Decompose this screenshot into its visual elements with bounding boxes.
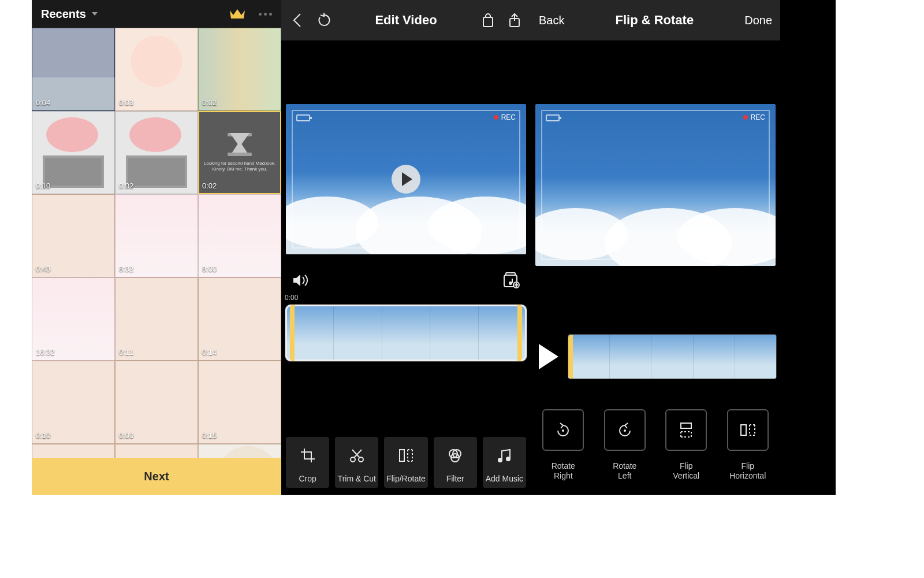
crown-icon[interactable] bbox=[229, 7, 246, 21]
tool-flip[interactable]: Flip/Rotate bbox=[384, 437, 427, 488]
tool-label: Trim & Cut bbox=[338, 474, 376, 483]
screen-flip-rotate: Back Flip & Rotate Done REC RotateRightR… bbox=[531, 0, 780, 495]
music-library-icon[interactable] bbox=[502, 272, 520, 289]
tool-label: RotateRight bbox=[552, 461, 575, 481]
svg-point-5 bbox=[509, 281, 512, 285]
share-icon[interactable] bbox=[506, 12, 523, 28]
tool-music[interactable]: Add Music bbox=[483, 437, 526, 488]
battery-icon bbox=[546, 114, 560, 121]
duration-label: 16:32 bbox=[36, 348, 55, 357]
back-button[interactable]: Back bbox=[539, 14, 564, 27]
redo-icon[interactable] bbox=[316, 12, 332, 28]
video-thumb[interactable]: 0:11 bbox=[115, 277, 198, 361]
svg-rect-25 bbox=[681, 423, 691, 428]
svg-line-11 bbox=[354, 450, 362, 458]
video-thumb[interactable]: 0:10 bbox=[32, 361, 115, 444]
flip-title: Flip & Rotate bbox=[575, 13, 734, 28]
svg-rect-30 bbox=[741, 425, 746, 435]
tool-label: Flip/Rotate bbox=[386, 474, 426, 483]
tool-label: FlipVertical bbox=[673, 461, 699, 481]
svg-point-22 bbox=[506, 457, 511, 461]
playhead[interactable] bbox=[568, 335, 573, 379]
video-preview[interactable]: REC bbox=[286, 104, 526, 254]
video-thumb[interactable]: 0:04 bbox=[32, 28, 115, 111]
video-thumb[interactable]: 0:10 bbox=[32, 111, 115, 194]
tool-rot-r[interactable]: RotateRight bbox=[539, 399, 588, 486]
tool-label: Add Music bbox=[486, 474, 523, 483]
flip-v-icon bbox=[665, 409, 707, 451]
tool-flip-v[interactable]: FlipVertical bbox=[662, 399, 711, 486]
video-thumb[interactable] bbox=[32, 444, 115, 458]
edit-toolbar: CropTrim & CutFlip/RotateFilterAdd Music bbox=[281, 420, 531, 495]
video-preview[interactable]: REC bbox=[535, 104, 776, 266]
chevron-down-icon[interactable] bbox=[92, 12, 98, 16]
duration-label: 0:11 bbox=[119, 348, 133, 357]
camera-frame-overlay bbox=[541, 110, 770, 260]
back-icon[interactable] bbox=[289, 12, 305, 28]
video-thumb[interactable]: 0:15 bbox=[198, 361, 281, 444]
play-button[interactable] bbox=[392, 165, 420, 194]
duration-label: 0:02 bbox=[119, 181, 133, 190]
volume-icon[interactable] bbox=[292, 273, 309, 288]
rec-indicator: REC bbox=[494, 113, 516, 121]
rec-indicator: REC bbox=[743, 113, 765, 121]
tool-flip-h[interactable]: FlipHorizontal bbox=[724, 399, 773, 486]
svg-point-23 bbox=[562, 429, 564, 432]
trim-handle-right[interactable] bbox=[517, 305, 522, 361]
tool-label: RotateLeft bbox=[613, 461, 636, 481]
edit-title: Edit Video bbox=[342, 13, 470, 28]
tool-label: Crop bbox=[299, 474, 316, 483]
rot-l-icon bbox=[604, 409, 646, 451]
svg-rect-13 bbox=[400, 450, 404, 461]
gallery-header: Recents bbox=[32, 0, 281, 28]
video-thumb[interactable]: 0:43 bbox=[32, 194, 115, 277]
tool-crop[interactable]: Crop bbox=[286, 437, 329, 488]
video-thumb[interactable]: 8:32 bbox=[115, 194, 198, 277]
duration-label: 0:14 bbox=[202, 348, 217, 357]
duration-label: 0:00 bbox=[119, 431, 133, 440]
bag-icon[interactable] bbox=[480, 12, 496, 28]
duration-label: 0:43 bbox=[36, 265, 50, 273]
screen-edit-video: Edit Video REC 0:00 bbox=[281, 0, 531, 495]
battery-icon bbox=[296, 114, 310, 121]
duration-label: 0:02 bbox=[202, 98, 217, 107]
duration-label: 0:10 bbox=[36, 431, 50, 440]
duration-label: 0:03 bbox=[119, 98, 133, 107]
next-button[interactable]: Next bbox=[32, 458, 281, 495]
svg-point-24 bbox=[624, 429, 626, 432]
video-thumb[interactable]: 16:32 bbox=[32, 277, 115, 361]
video-thumb[interactable]: 0:00 bbox=[115, 361, 198, 444]
tool-rot-l[interactable]: RotateLeft bbox=[601, 399, 650, 486]
duration-label: 8:00 bbox=[202, 265, 217, 273]
duration-label: 0:15 bbox=[202, 431, 217, 440]
timeline[interactable] bbox=[285, 304, 527, 362]
duration-label: 0:10 bbox=[36, 181, 50, 190]
flip-toolbar: RotateRightRotateLeftFlipVerticalFlipHor… bbox=[531, 384, 780, 495]
svg-rect-4 bbox=[506, 273, 515, 275]
more-icon[interactable] bbox=[259, 13, 272, 16]
video-grid: 0:040:030:020:100:02Looking for second h… bbox=[32, 28, 281, 458]
duration-label: 0:04 bbox=[36, 98, 50, 107]
flip-header: Back Flip & Rotate Done bbox=[531, 0, 780, 40]
video-thumb[interactable]: 0:02 bbox=[115, 111, 198, 194]
video-thumb[interactable]: 0:02 bbox=[198, 28, 281, 111]
video-thumb[interactable]: 0:14 bbox=[198, 277, 281, 361]
video-thumb[interactable]: 0:03 bbox=[115, 28, 198, 111]
timeline[interactable] bbox=[568, 334, 777, 379]
tool-label: Filter bbox=[446, 474, 464, 483]
done-button[interactable]: Done bbox=[744, 14, 772, 27]
album-title[interactable]: Recents bbox=[41, 8, 86, 21]
timecode: 0:00 bbox=[281, 294, 531, 303]
video-thumb[interactable]: Looking for second hand Macbook.Kindly, … bbox=[198, 111, 281, 194]
trim-handle-left[interactable] bbox=[290, 305, 295, 361]
tool-label: FlipHorizontal bbox=[729, 461, 766, 481]
tool-filter[interactable]: Filter bbox=[434, 437, 477, 488]
video-thumb[interactable] bbox=[198, 444, 281, 458]
play-icon[interactable] bbox=[539, 344, 558, 369]
svg-rect-0 bbox=[483, 17, 493, 27]
flip-h-icon bbox=[727, 409, 769, 451]
video-thumb[interactable] bbox=[115, 444, 198, 458]
screen-gallery: Recents 0:040:030:020:100:02Looking for … bbox=[32, 0, 281, 495]
tool-trim[interactable]: Trim & Cut bbox=[335, 437, 378, 488]
video-thumb[interactable]: 8:00 bbox=[198, 194, 281, 277]
